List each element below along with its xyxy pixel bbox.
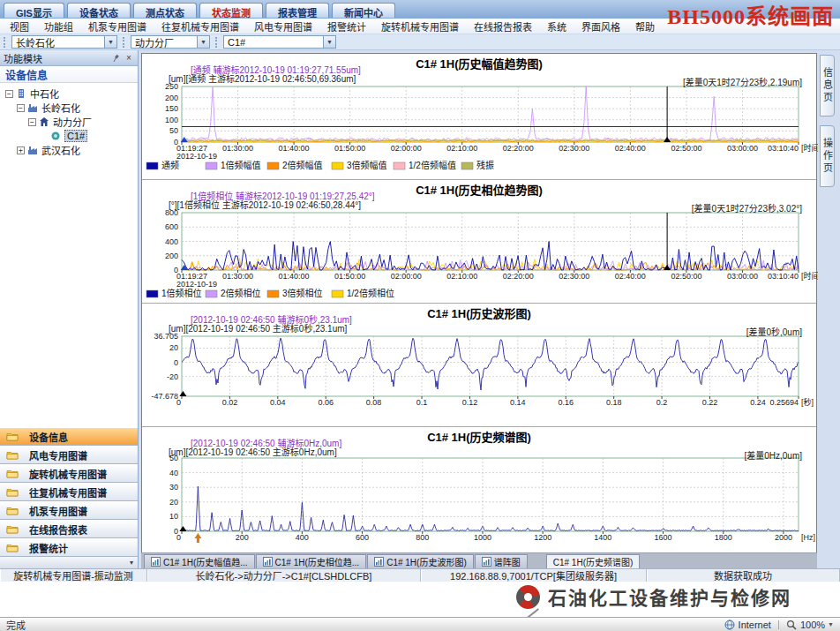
combo-1[interactable]: 长岭石化▼ bbox=[11, 35, 117, 49]
nav-button-报警统计[interactable]: 报警统计 bbox=[0, 538, 138, 557]
tab-6[interactable]: 新闻中心 bbox=[332, 3, 395, 18]
menu-item-10[interactable]: 界面风格 bbox=[577, 19, 625, 34]
chart-tab-2[interactable]: C1# 1H(历史相位趋... bbox=[256, 554, 367, 568]
tree-node-动力分厂[interactable]: −动力分厂 bbox=[2, 115, 136, 129]
close-icon[interactable]: × bbox=[124, 53, 134, 64]
svg-text:03:10:40: 03:10:40 bbox=[768, 272, 799, 281]
svg-text:02:00:00: 02:00:00 bbox=[391, 144, 422, 153]
menu-item-7[interactable]: 旋转机械专用图谱 bbox=[377, 19, 463, 34]
right-tab-1[interactable]: 信息页 bbox=[820, 55, 835, 116]
system-brand-title: BH5000系统画面 bbox=[667, 0, 834, 30]
menu-item-1[interactable]: 视图 bbox=[5, 19, 34, 34]
svg-text:0.16: 0.16 bbox=[559, 398, 574, 407]
tree-expander-icon[interactable]: − bbox=[5, 90, 13, 98]
svg-text:200: 200 bbox=[165, 252, 178, 260]
security-zone-label: Internet bbox=[739, 620, 771, 630]
svg-text:01:40:00: 01:40:00 bbox=[279, 272, 310, 281]
svg-text:0.08: 0.08 bbox=[366, 398, 382, 407]
tree-node-中石化[interactable]: −中石化 bbox=[2, 86, 136, 101]
svg-text:03:00:00: 03:00:00 bbox=[727, 272, 758, 281]
legend-swatch bbox=[332, 162, 343, 169]
legend-swatch bbox=[394, 162, 405, 169]
nav-overflow-button[interactable]: ▾ bbox=[0, 557, 138, 568]
tab-2[interactable]: 设备状态 bbox=[67, 3, 131, 18]
watermark: 石油化工设备维护与检修网 bbox=[516, 583, 791, 610]
right-tab-2[interactable]: 操作页 bbox=[820, 125, 835, 187]
chart-tab-icon bbox=[374, 557, 384, 567]
chevron-down-icon[interactable]: ▼ bbox=[323, 36, 335, 48]
menu-item-6[interactable]: 报警统计 bbox=[323, 19, 371, 34]
menu-item-4[interactable]: 往复机械专用图谱 bbox=[157, 19, 244, 34]
menu-item-9[interactable]: 系统 bbox=[543, 19, 571, 34]
combo-3[interactable]: C1#▼ bbox=[223, 35, 336, 49]
chevron-down-icon[interactable]: ▼ bbox=[104, 36, 116, 48]
svg-text:0: 0 bbox=[174, 358, 178, 367]
menu-item-5[interactable]: 风电专用图谱 bbox=[250, 19, 317, 34]
magnifier-icon[interactable] bbox=[786, 620, 797, 630]
factory-icon bbox=[27, 145, 39, 155]
svg-text:1800: 1800 bbox=[715, 533, 732, 542]
nav-button-机泵专用图谱[interactable]: 机泵专用图谱 bbox=[0, 501, 138, 520]
svg-text:100: 100 bbox=[165, 116, 178, 124]
nav-button-往复机械专用图谱[interactable]: 往复机械专用图谱 bbox=[0, 483, 138, 501]
tree-node-长岭石化[interactable]: −长岭石化 bbox=[2, 101, 136, 115]
svg-text:01:19:272012-10-19: 01:19:272012-10-19 bbox=[176, 144, 217, 161]
tab-3[interactable]: 测点状态 bbox=[133, 3, 197, 18]
building-icon bbox=[16, 88, 27, 99]
selector-toolbar: 长岭石化▼动力分厂▼C1#▼ bbox=[0, 34, 840, 50]
menu-item-8[interactable]: 在线报告报表 bbox=[469, 19, 536, 34]
tree-node-武汉石化[interactable]: +武汉石化 bbox=[2, 143, 136, 157]
svg-text:02:30:00: 02:30:00 bbox=[559, 144, 589, 153]
tree-expander-icon[interactable]: − bbox=[17, 104, 25, 112]
menu-item-3[interactable]: 机泵专用图谱 bbox=[84, 19, 151, 34]
chart-tab-icon bbox=[151, 557, 161, 567]
watermark-logo-icon bbox=[516, 585, 540, 609]
chart-tab-icon bbox=[263, 557, 273, 567]
folder-icon bbox=[6, 469, 24, 478]
chart-tab-3[interactable]: C1# 1H(历史波形图) bbox=[367, 554, 474, 568]
tree-node-label: C1# bbox=[64, 130, 87, 142]
svg-text:0.1: 0.1 bbox=[416, 398, 428, 407]
svg-text:01:19:272012-10-19: 01:19:272012-10-19 bbox=[176, 272, 217, 289]
toolbar-grip bbox=[215, 37, 220, 48]
menu-item-11[interactable]: 帮助 bbox=[631, 19, 659, 34]
tree-expander-icon[interactable]: − bbox=[28, 118, 36, 126]
svg-text:1600: 1600 bbox=[655, 533, 672, 542]
svg-text:0.2: 0.2 bbox=[656, 398, 668, 407]
svg-text:02:20:00: 02:20:00 bbox=[503, 272, 534, 281]
svg-text:01:40:00: 01:40:00 bbox=[279, 144, 310, 153]
tab-5[interactable]: 报表管理 bbox=[266, 3, 329, 18]
svg-text:-47.678: -47.678 bbox=[151, 392, 178, 401]
folder-icon bbox=[6, 432, 24, 441]
combo-2[interactable]: 动力分厂▼ bbox=[131, 35, 210, 49]
zoom-caret-icon[interactable]: ▼ bbox=[828, 621, 834, 627]
chart-tab-5[interactable]: C1# 1H(历史频谱图) bbox=[546, 554, 641, 568]
toolbar-grip bbox=[4, 37, 8, 48]
legend-label: 1倍频相位 bbox=[161, 288, 202, 298]
svg-text:[Hz]: [Hz] bbox=[801, 533, 815, 542]
menu-item-2[interactable]: 功能组 bbox=[40, 19, 78, 34]
svg-text:01:30:00: 01:30:00 bbox=[222, 144, 253, 153]
nav-button-风电专用图谱[interactable]: 风电专用图谱 bbox=[0, 446, 138, 464]
svg-text:[秒]: [秒] bbox=[801, 397, 814, 407]
nav-button-设备信息[interactable]: 设备信息 bbox=[0, 427, 138, 446]
chart-phase-trend: C1# 1H(历史相位趋势图)[1倍频相位 辅游标2012-10-19 01:1… bbox=[142, 180, 816, 304]
tree-expander-icon[interactable]: + bbox=[17, 146, 25, 154]
tab-4[interactable]: 状态监测 bbox=[199, 3, 263, 18]
chart-tab-label: 谱阵图 bbox=[494, 555, 521, 568]
chart-spectrum: C1# 1H(历史频谱图)[2012-10-19 02:46:50 辅游标0Hz… bbox=[142, 427, 816, 553]
tab-1[interactable]: GIS显示 bbox=[4, 3, 64, 18]
pin-icon[interactable] bbox=[111, 53, 122, 64]
nav-button-在线报告报表[interactable]: 在线报告报表 bbox=[0, 520, 138, 538]
chart-tab-label: C1# 1H(历史相位趋... bbox=[275, 555, 360, 568]
tree-node-C1#[interactable]: C1# bbox=[2, 129, 136, 143]
chart-tab-4[interactable]: 谱阵图 bbox=[475, 554, 528, 568]
svg-text:02:00:00: 02:00:00 bbox=[391, 272, 422, 281]
combo-value: 动力分厂 bbox=[131, 35, 197, 49]
nav-button-旋转机械专用图谱[interactable]: 旋转机械专用图谱 bbox=[0, 464, 138, 483]
chart-tab-icon bbox=[482, 557, 491, 567]
svg-text:0.12: 0.12 bbox=[462, 398, 478, 407]
zoom-level[interactable]: 100% bbox=[800, 620, 825, 630]
chart-tab-1[interactable]: C1# 1H(历史幅值趋... bbox=[144, 554, 255, 568]
chevron-down-icon[interactable]: ▼ bbox=[197, 36, 209, 48]
